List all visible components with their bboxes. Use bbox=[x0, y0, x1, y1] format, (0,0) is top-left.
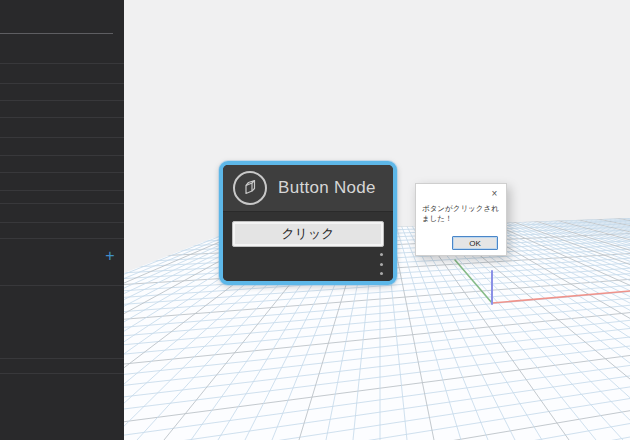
panel-divider bbox=[0, 285, 124, 286]
panel-divider bbox=[0, 238, 124, 239]
panel-divider bbox=[0, 190, 124, 191]
node-body: クリック bbox=[223, 212, 393, 281]
left-panel: + bbox=[0, 0, 124, 440]
panel-divider bbox=[0, 373, 124, 374]
node-header: Button Node bbox=[223, 165, 393, 212]
3d-box-icon bbox=[241, 179, 259, 197]
app-window: + Button Node クリック × ボタン bbox=[0, 0, 630, 440]
panel-divider bbox=[0, 137, 124, 138]
close-icon[interactable]: × bbox=[489, 188, 500, 199]
panel-divider bbox=[0, 222, 124, 223]
add-button[interactable]: + bbox=[101, 247, 119, 265]
alert-dialog: × ボタンがクリックされました！ OK bbox=[415, 183, 507, 256]
node-3d-box-icon bbox=[233, 171, 267, 205]
click-button[interactable]: クリック bbox=[232, 221, 384, 247]
kebab-menu-icon[interactable] bbox=[375, 253, 387, 275]
panel-divider bbox=[0, 117, 124, 118]
button-node-card[interactable]: Button Node クリック bbox=[219, 161, 397, 285]
panel-divider bbox=[0, 100, 124, 101]
panel-divider bbox=[0, 358, 124, 359]
node-title: Button Node bbox=[278, 178, 376, 198]
panel-divider bbox=[0, 155, 124, 156]
ok-button[interactable]: OK bbox=[452, 236, 498, 250]
panel-divider bbox=[0, 33, 113, 34]
panel-divider bbox=[0, 172, 124, 173]
panel-divider bbox=[0, 83, 124, 84]
dialog-message: ボタンがクリックされました！ bbox=[422, 204, 502, 224]
panel-divider bbox=[0, 63, 124, 64]
panel-divider bbox=[0, 203, 124, 204]
